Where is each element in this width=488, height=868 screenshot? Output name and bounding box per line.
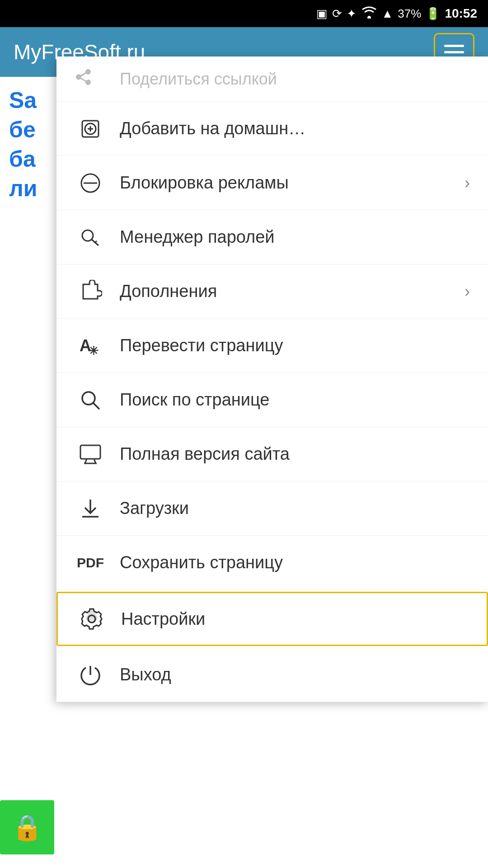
svg-text:✳: ✳ [89, 344, 99, 358]
add-home-icon [75, 117, 106, 141]
find-page-label: Поиск по странице [120, 390, 470, 410]
exit-label: Выход [120, 665, 470, 684]
battery-percent: 37% [398, 7, 421, 21]
extensions-label: Дополнения [120, 282, 465, 301]
svg-line-8 [95, 241, 97, 243]
bg-link-line-1: Sa [9, 86, 59, 115]
puzzle-icon [75, 280, 106, 303]
menu-item-translate[interactable]: A ✳ Перевести страницу [56, 319, 488, 373]
translate-label: Перевести страницу [120, 336, 470, 355]
menu-item-desktop[interactable]: Полная версия сайта [56, 427, 488, 481]
sd-icon: ▣ [316, 7, 328, 21]
menu-item-share[interactable]: Поделиться ссылкой [56, 57, 488, 102]
battery-icon: 🔋 [426, 7, 440, 21]
dropdown-menu: Поделиться ссылкой Добавить на домашн… [56, 57, 488, 702]
lock-icon: 🔒 [12, 813, 43, 842]
search-icon [75, 388, 106, 412]
download-icon [75, 497, 106, 520]
menu-item-passwords[interactable]: Менеджер паролей [56, 210, 488, 264]
downloads-label: Загрузки [120, 499, 470, 518]
sync-icon: ⟳ [332, 7, 342, 21]
bluetooth-icon: ✦ [347, 7, 357, 21]
menu-item-save-pdf[interactable]: PDF Сохранить страницу [56, 536, 488, 590]
menu-item-add-home[interactable]: Добавить на домашн… [56, 102, 488, 156]
svg-point-11 [82, 392, 95, 405]
save-page-label: Сохранить страницу [120, 553, 470, 572]
add-home-label: Добавить на домашн… [120, 119, 470, 138]
wifi-icon [361, 6, 377, 22]
bg-link-line-4: ли [9, 174, 59, 203]
menu-item-find[interactable]: Поиск по странице [56, 373, 488, 427]
menu-item-settings[interactable]: Настройки [56, 592, 488, 646]
security-badge[interactable]: 🔒 [0, 800, 54, 854]
svg-line-12 [93, 403, 99, 409]
signal-icon: ▲ [382, 7, 394, 21]
menu-item-block-ads[interactable]: Блокировка рекламы › [56, 156, 488, 210]
share-icon [75, 68, 106, 90]
status-time: 10:52 [445, 6, 477, 21]
bg-link-line-3: ба [9, 145, 59, 174]
gear-icon [76, 607, 108, 631]
extensions-arrow: › [465, 282, 470, 301]
menu-item-downloads[interactable]: Загрузки [56, 481, 488, 536]
bg-text-block-1: Sa бе ба ли [0, 77, 59, 203]
key-icon [75, 226, 106, 249]
power-icon [75, 663, 106, 687]
bg-link-line-2: бе [9, 115, 59, 145]
password-manager-label: Менеджер паролей [120, 227, 470, 247]
share-label: Поделиться ссылкой [120, 70, 277, 89]
desktop-site-label: Полная версия сайта [120, 444, 470, 464]
status-icons: ▣ ⟳ ✦ ▲ 37% 🔋 10:52 [316, 6, 477, 22]
menu-item-extensions[interactable]: Дополнения › [56, 264, 488, 319]
block-icon [75, 171, 106, 195]
svg-rect-13 [80, 445, 100, 459]
status-bar: ▣ ⟳ ✦ ▲ 37% 🔋 10:52 [0, 0, 488, 27]
desktop-icon [75, 443, 106, 466]
hamburger-line-2 [444, 51, 464, 53]
menu-item-exit[interactable]: Выход [56, 648, 488, 702]
translate-icon: A ✳ [75, 334, 106, 358]
settings-label: Настройки [121, 609, 469, 629]
pdf-icon: PDF [75, 555, 106, 571]
hamburger-line-1 [444, 45, 464, 47]
block-ads-label: Блокировка рекламы [120, 173, 465, 193]
block-ads-arrow: › [465, 174, 470, 193]
